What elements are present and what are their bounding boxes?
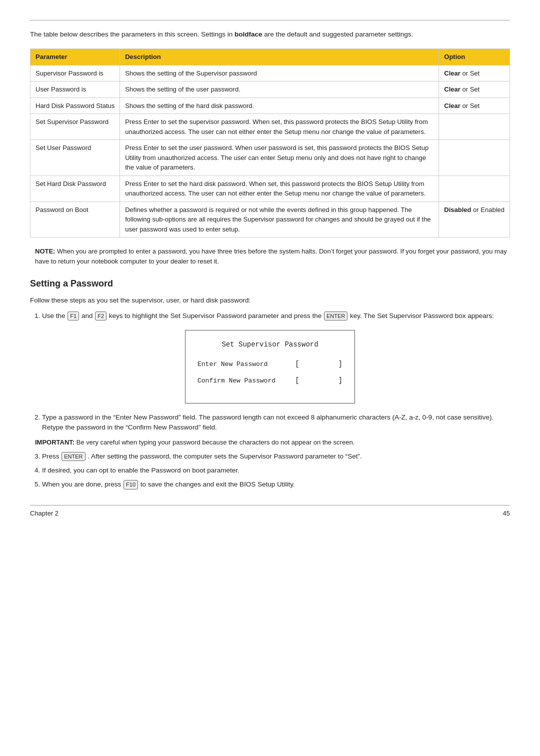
set-supervisor-password-dialog: Set Supervisor Password Enter New Passwo…	[185, 330, 355, 404]
note-label: NOTE:	[35, 248, 55, 255]
col-header-option: Option	[439, 49, 510, 66]
table-cell-description: Press Enter to set the hard disk passwor…	[120, 176, 439, 202]
table-cell-option: Clear or Set	[439, 65, 510, 82]
dialog-row-confirm: Confirm New Password [ ]	[198, 376, 342, 386]
step3-text-after: . After setting the password, the comput…	[88, 452, 362, 460]
step1-text-before: Use the	[42, 312, 67, 320]
step1-text-mid: and	[82, 312, 94, 320]
note-text: When you are prompted to enter a passwor…	[35, 248, 507, 265]
steps-list-2: Type a password in the “Enter New Passwo…	[30, 412, 510, 433]
f10-key: F10	[124, 480, 138, 490]
parameters-table: Parameter Description Option Supervisor …	[30, 48, 510, 238]
table-cell-parameter: Hard Disk Password Status	[30, 98, 120, 114]
dialog-confirm-close: ]	[338, 376, 342, 386]
important-label: IMPORTANT:	[35, 438, 74, 446]
table-cell-option: Disabled or Enabled	[439, 202, 510, 238]
table-cell-description: Shows the setting of the hard disk passw…	[120, 98, 439, 114]
f2-key: F2	[95, 312, 106, 321]
table-row: Set Hard Disk PasswordPress Enter to set…	[30, 176, 510, 202]
step-2: Type a password in the “Enter New Passwo…	[42, 412, 510, 433]
table-cell-parameter: Supervisor Password is	[30, 65, 120, 82]
enter-key-1: ENTER	[324, 312, 348, 321]
step1-text-end: key. The Set Supervisor Password box app…	[350, 312, 494, 320]
col-header-parameter: Parameter	[30, 49, 120, 66]
intro-paragraph: The table below describes the parameters…	[30, 30, 510, 40]
enter-key-2: ENTER	[62, 452, 85, 462]
table-row: Supervisor Password isShows the setting …	[30, 65, 510, 82]
dialog-enter-open: [	[295, 359, 299, 370]
bottom-divider	[30, 505, 510, 506]
intro-text-after: are the default and suggested parameter …	[262, 30, 413, 38]
table-cell-description: Press Enter to set the user password. Wh…	[120, 140, 439, 176]
table-cell-parameter: Set Supervisor Password	[30, 114, 120, 140]
dialog-confirm-label: Confirm New Password	[198, 376, 293, 386]
footer-chapter: Chapter 2	[30, 508, 58, 518]
dialog-enter-label: Enter New Password	[198, 360, 293, 370]
important-block: IMPORTANT: Be very careful when typing y…	[30, 438, 510, 448]
table-cell-description: Defines whether a password is required o…	[120, 202, 439, 238]
dialog-enter-field	[302, 359, 336, 369]
dialog-confirm-open: [	[295, 376, 299, 386]
f1-key: F1	[68, 312, 79, 321]
table-cell-parameter: User Password is	[30, 82, 120, 98]
col-header-description: Description	[120, 49, 439, 66]
table-row: Password on BootDefines whether a passwo…	[30, 202, 510, 238]
table-cell-option: Clear or Set	[439, 82, 510, 98]
step-5: When you are done, press F10 to save the…	[42, 480, 510, 490]
footer-page: 45	[503, 508, 510, 518]
table-cell-option	[439, 176, 510, 202]
step-1: Use the F1 and F2 keys to highlight the …	[42, 311, 510, 321]
step-4: If desired, you can opt to enable the Pa…	[42, 466, 510, 476]
step2-text: Type a password in the “Enter New Passwo…	[42, 414, 494, 431]
dialog-title: Set Supervisor Password	[198, 340, 342, 350]
step-3: Press ENTER . After setting the password…	[42, 452, 510, 462]
table-row: User Password isShows the setting of the…	[30, 82, 510, 98]
table-cell-description: Press Enter to set the supervisor passwo…	[120, 114, 439, 140]
section-intro: Follow these steps as you set the superv…	[30, 296, 510, 306]
dialog-wrapper: Set Supervisor Password Enter New Passwo…	[30, 330, 510, 404]
table-cell-option: Clear or Set	[439, 98, 510, 114]
top-divider	[30, 20, 510, 20]
note-block: NOTE: When you are prompted to enter a p…	[30, 246, 510, 266]
table-row: Set User PasswordPress Enter to set the …	[30, 140, 510, 176]
step5-text-before: When you are done, press	[42, 480, 123, 488]
dialog-confirm-field	[302, 376, 336, 386]
table-cell-option	[439, 140, 510, 176]
section-heading: Setting a Password	[30, 277, 510, 290]
step3-text-before: Press	[42, 452, 61, 460]
steps-list: Use the F1 and F2 keys to highlight the …	[30, 311, 510, 321]
dialog-row-enter: Enter New Password [ ]	[198, 359, 342, 370]
step5-text-after: to save the changes and exit the BIOS Se…	[140, 480, 295, 488]
steps-list-3: Press ENTER . After setting the password…	[30, 452, 510, 490]
step4-text: If desired, you can opt to enable the Pa…	[42, 466, 240, 474]
dialog-enter-close: ]	[338, 359, 342, 370]
table-cell-parameter: Set User Password	[30, 140, 120, 176]
table-row: Set Supervisor PasswordPress Enter to se…	[30, 114, 510, 140]
intro-bold: boldface	[234, 30, 262, 38]
footer: Chapter 2 45	[30, 508, 510, 518]
table-row: Hard Disk Password StatusShows the setti…	[30, 98, 510, 114]
table-cell-description: Shows the setting of the Supervisor pass…	[120, 65, 439, 82]
table-cell-option	[439, 114, 510, 140]
table-cell-parameter: Password on Boot	[30, 202, 120, 238]
table-cell-description: Shows the setting of the user password.	[120, 82, 439, 98]
table-cell-parameter: Set Hard Disk Password	[30, 176, 120, 202]
intro-text-before: The table below describes the parameters…	[30, 30, 234, 38]
step1-text-after: keys to highlight the Set Supervisor Pas…	[109, 312, 324, 320]
important-text: Be very careful when typing your passwor…	[74, 438, 354, 446]
